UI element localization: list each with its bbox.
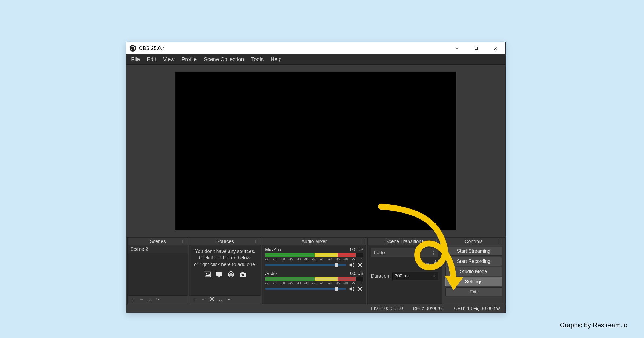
remove-source-icon[interactable]: − [201, 297, 206, 303]
add-source-icon[interactable]: ＋ [192, 296, 197, 303]
dock-row: Scenes Scene 2 ＋ − ︿ ﹀ Sources [126, 237, 505, 304]
svg-line-45 [434, 261, 434, 262]
sources-empty-message[interactable]: You don't have any sources. Click the + … [189, 245, 261, 295]
channel-meter [265, 253, 363, 257]
volume-slider[interactable] [265, 288, 346, 290]
preview-area [126, 65, 505, 237]
status-rec: REC: 00:00:00 [413, 306, 444, 311]
image-source-icon [203, 270, 212, 278]
status-cpu: CPU: 1.0%, 30.00 fps [454, 306, 500, 311]
channel-settings-icon[interactable] [357, 286, 363, 292]
remove-scene-icon[interactable]: − [139, 297, 144, 303]
move-scene-down-icon[interactable]: ﹀ [156, 296, 161, 303]
svg-rect-6 [216, 272, 222, 276]
svg-line-21 [210, 300, 211, 301]
menu-scene-collection[interactable]: Scene Collection [203, 56, 245, 63]
channel-settings-icon[interactable] [357, 262, 363, 268]
sources-toolbar: ＋ − ︿ ﹀ [189, 295, 261, 304]
popout-icon[interactable] [182, 240, 186, 243]
spin-updown-icon[interactable]: ▲▼ [432, 274, 436, 278]
popout-icon[interactable] [255, 240, 259, 243]
volume-slider[interactable] [265, 264, 346, 266]
dock-title-scenes[interactable]: Scenes [128, 238, 188, 245]
dock-title-transitions[interactable]: Scene Transitions [368, 238, 442, 245]
preview-canvas[interactable] [175, 72, 456, 230]
duration-label: Duration [371, 273, 389, 279]
display-source-icon [215, 270, 224, 278]
dock-scenes: Scenes Scene 2 ＋ − ︿ ﹀ [127, 238, 188, 304]
popout-icon[interactable] [436, 240, 440, 243]
start-recording-button[interactable]: Start Recording [445, 257, 502, 266]
menu-help[interactable]: Help [269, 56, 283, 63]
scenes-toolbar: ＋ − ︿ ﹀ [128, 295, 188, 304]
sources-empty-line: or right click here to add one. [194, 261, 256, 268]
exit-button[interactable]: Exit [445, 287, 502, 296]
svg-line-47 [437, 261, 437, 262]
channel-db: 0.0 dB [350, 271, 363, 276]
svg-rect-7 [218, 276, 220, 277]
transition-properties-icon[interactable] [433, 260, 438, 268]
settings-button[interactable]: Settings [445, 277, 502, 286]
close-button[interactable] [486, 42, 505, 54]
svg-rect-8 [218, 277, 221, 277]
channel-db: 0.0 dB [350, 247, 363, 252]
dock-title-mixer[interactable]: Audio Mixer [262, 238, 366, 245]
move-source-up-icon[interactable]: ︿ [218, 296, 223, 303]
camera-source-icon [238, 270, 247, 278]
popout-icon[interactable] [499, 240, 502, 243]
menu-file[interactable]: File [130, 56, 141, 63]
svg-line-27 [358, 263, 359, 264]
mixer-channel: Mic/Aux 0.0 dB -60-55-50 -45-40-35 -30-2… [265, 247, 363, 268]
source-properties-icon[interactable] [209, 296, 214, 303]
svg-point-31 [359, 288, 361, 290]
menu-edit[interactable]: Edit [146, 56, 157, 63]
meter-ticks: -60-55-50 -45-40-35 -30-25-20 -15-10-5 0 [265, 281, 363, 285]
menu-tools[interactable]: Tools [250, 56, 265, 63]
dock-scene-transitions: Scene Transitions Fade ▲▼ ＋ − Duration [367, 238, 442, 304]
dock-title-controls[interactable]: Controls [443, 238, 504, 245]
dock-title-sources[interactable]: Sources [189, 238, 261, 245]
svg-line-19 [213, 300, 214, 301]
channel-meter [265, 277, 363, 281]
meter-ticks: -60-55-50 -45-40-35 -30-25-20 -15-10-5 0 [265, 258, 363, 261]
svg-rect-11 [241, 272, 243, 273]
dock-title-label: Scene Transitions [385, 239, 424, 244]
sources-empty-line: You don't have any sources. [195, 248, 255, 255]
svg-point-40 [434, 262, 436, 264]
start-streaming-button[interactable]: Start Streaming [445, 247, 502, 256]
speaker-icon[interactable] [348, 286, 355, 292]
window-titlebar[interactable]: OBS 25.0.4 [126, 42, 505, 54]
menu-profile[interactable]: Profile [181, 56, 198, 63]
add-scene-icon[interactable]: ＋ [130, 296, 135, 303]
svg-line-20 [213, 297, 214, 298]
channel-name: Audio [265, 271, 277, 276]
mixer-channel: Audio 0.0 dB -60-55-50 -45-40-35 -30-25-… [265, 271, 363, 292]
window-title: OBS 25.0.4 [139, 45, 447, 51]
svg-line-18 [210, 297, 211, 298]
svg-line-48 [434, 264, 434, 265]
svg-line-38 [361, 287, 362, 288]
move-source-down-icon[interactable]: ﹀ [226, 296, 231, 303]
dock-title-label: Audio Mixer [301, 239, 327, 244]
svg-line-39 [358, 290, 359, 291]
duration-input[interactable]: 300 ms ▲▼ [392, 272, 438, 280]
menu-bar: File Edit View Profile Scene Collection … [126, 54, 505, 65]
minimize-button[interactable] [447, 42, 467, 54]
svg-point-5 [206, 273, 207, 274]
sources-empty-line: Click the + button below, [199, 255, 251, 261]
popout-icon[interactable] [361, 240, 364, 243]
dock-controls: Controls Start Streaming Start Recording… [443, 238, 504, 304]
speaker-icon[interactable] [348, 262, 355, 268]
menu-view[interactable]: View [162, 56, 176, 63]
controls-body: Start Streaming Start Recording Studio M… [443, 245, 504, 304]
dock-sources: Sources You don't have any sources. Clic… [189, 238, 261, 304]
move-scene-up-icon[interactable]: ︿ [148, 296, 152, 303]
transition-select[interactable]: Fade ▲▼ [371, 248, 438, 257]
maximize-button[interactable] [467, 42, 486, 54]
transitions-toolbar: ＋ − [371, 260, 438, 268]
scene-item[interactable]: Scene 2 [128, 245, 188, 254]
add-transition-icon[interactable]: ＋ [417, 260, 423, 268]
remove-transition-icon[interactable]: − [426, 260, 429, 268]
scene-list[interactable]: Scene 2 [128, 245, 188, 295]
studio-mode-button[interactable]: Studio Mode [445, 267, 502, 276]
